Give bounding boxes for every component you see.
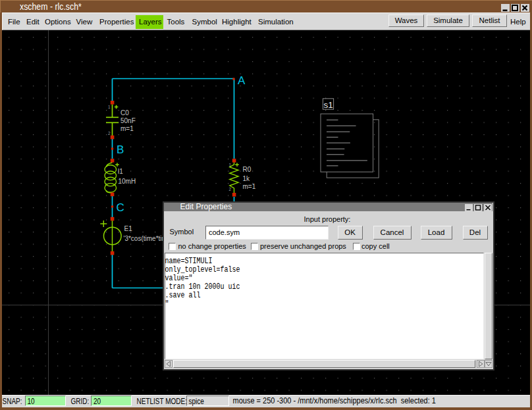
svg-text:m=1: m=1 — [120, 125, 134, 132]
svg-text:2: 2 — [229, 187, 232, 192]
svg-text:2: 2 — [108, 131, 111, 136]
svg-text:R0: R0 — [243, 166, 252, 173]
svg-text:10mH: 10mH — [119, 178, 136, 185]
svg-text:s1: s1 — [324, 100, 333, 110]
svg-text:1: 1 — [108, 105, 111, 109]
svg-text:E1: E1 — [124, 225, 133, 232]
svg-text:B: B — [117, 143, 124, 156]
svg-text:m=1: m=1 — [243, 183, 256, 190]
svg-text:C: C — [117, 201, 124, 214]
svg-text:A: A — [238, 74, 246, 87]
svg-text:'3*cos(time*tim: '3*cos(time*tim — [124, 235, 167, 242]
svg-text:50nF: 50nF — [120, 117, 136, 124]
svg-text:C0: C0 — [120, 109, 129, 116]
svg-text:1k: 1k — [243, 175, 251, 182]
svg-text:1: 1 — [229, 163, 232, 167]
svg-text:l1: l1 — [118, 168, 123, 175]
